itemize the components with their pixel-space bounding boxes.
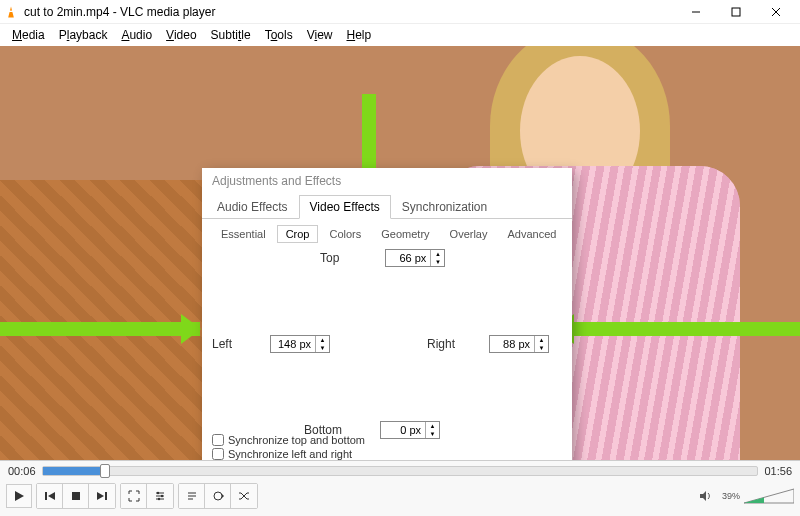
crop-panel: Top ▲▼ Left ▲▼ Right: [202, 243, 572, 460]
crop-top-down[interactable]: ▼: [431, 258, 444, 266]
subtab-advanced[interactable]: Advanced: [498, 225, 565, 243]
menu-video[interactable]: Video: [160, 26, 202, 44]
crop-top-field: Top ▲▼: [320, 249, 445, 267]
sync-top-bottom-check[interactable]: Synchronize top and bottom: [212, 434, 365, 446]
close-button[interactable]: [756, 1, 796, 23]
minimize-button[interactable]: [676, 1, 716, 23]
menubar: Media Playback Audio Video Subtitle Tool…: [0, 24, 800, 46]
time-total: 01:56: [764, 465, 792, 477]
extended-settings-button[interactable]: [147, 484, 173, 508]
svg-marker-8: [48, 492, 55, 500]
playlist-button[interactable]: [179, 484, 205, 508]
svg-point-15: [157, 492, 159, 494]
next-button[interactable]: [89, 484, 115, 508]
crop-top-input[interactable]: [386, 250, 430, 266]
sync-left-right-check[interactable]: Synchronize left and right: [212, 448, 365, 460]
crop-left-up[interactable]: ▲: [316, 336, 329, 344]
dialog-tabs: Audio Effects Video Effects Synchronizat…: [202, 194, 572, 219]
menu-audio[interactable]: Audio: [115, 26, 158, 44]
window-controls: [676, 1, 796, 23]
fullscreen-button[interactable]: [121, 484, 147, 508]
crop-right-field: Right ▲▼: [427, 335, 549, 353]
maximize-button[interactable]: [716, 1, 756, 23]
crop-left-label: Left: [212, 337, 232, 351]
svg-point-16: [161, 495, 163, 497]
player-controls: 00:06 01:56 39%: [0, 460, 800, 516]
shuffle-button[interactable]: [231, 484, 257, 508]
svg-rect-3: [732, 8, 740, 16]
time-current: 00:06: [8, 465, 36, 477]
vlc-logo-icon: [4, 5, 18, 19]
svg-marker-10: [97, 492, 104, 500]
loop-button[interactable]: [205, 484, 231, 508]
play-button[interactable]: [6, 484, 32, 508]
volume-percent: 39%: [722, 491, 740, 501]
svg-rect-9: [72, 492, 80, 500]
menu-tools[interactable]: Tools: [259, 26, 299, 44]
svg-rect-11: [105, 492, 107, 500]
crop-bottom-up[interactable]: ▲: [426, 422, 439, 430]
tab-audio-effects[interactable]: Audio Effects: [206, 195, 299, 219]
seek-thumb[interactable]: [100, 464, 110, 478]
svg-marker-23: [744, 489, 794, 503]
svg-rect-1: [9, 10, 13, 11]
menu-subtitle[interactable]: Subtitle: [205, 26, 257, 44]
button-row: 39%: [0, 481, 800, 511]
subtab-overlay[interactable]: Overlay: [441, 225, 497, 243]
crop-top-up[interactable]: ▲: [431, 250, 444, 258]
mute-button[interactable]: [692, 484, 718, 508]
crop-right-up[interactable]: ▲: [535, 336, 548, 344]
crop-right-input[interactable]: [490, 336, 534, 352]
subtab-essential[interactable]: Essential: [212, 225, 275, 243]
crop-left-down[interactable]: ▼: [316, 344, 329, 352]
dialog-title: Adjustments and Effects: [202, 168, 572, 194]
menu-view[interactable]: View: [301, 26, 339, 44]
subtab-crop[interactable]: Crop: [277, 225, 319, 243]
svg-marker-21: [222, 494, 224, 498]
titlebar: cut to 2min.mp4 - VLC media player: [0, 0, 800, 24]
crop-left-spinbox[interactable]: ▲▼: [270, 335, 330, 353]
svg-marker-22: [700, 491, 706, 501]
crop-left-field: Left ▲▼: [212, 335, 330, 353]
stop-button[interactable]: [63, 484, 89, 508]
crop-bottom-input[interactable]: [381, 422, 425, 438]
crop-right-label: Right: [427, 337, 455, 351]
video-area: Adjustments and Effects Audio Effects Vi…: [0, 46, 800, 460]
crop-sync-checks: Synchronize top and bottom Synchronize l…: [212, 434, 365, 460]
crop-top-label: Top: [320, 251, 339, 265]
crop-bottom-spinbox[interactable]: ▲▼: [380, 421, 440, 439]
subtab-geometry[interactable]: Geometry: [372, 225, 438, 243]
prev-button[interactable]: [37, 484, 63, 508]
seek-row: 00:06 01:56: [0, 461, 800, 481]
sync-lr-checkbox[interactable]: [212, 448, 224, 460]
crop-top-spinbox[interactable]: ▲▼: [385, 249, 445, 267]
window-title: cut to 2min.mp4 - VLC media player: [24, 5, 676, 19]
crop-left-input[interactable]: [271, 336, 315, 352]
crop-bottom-down[interactable]: ▼: [426, 430, 439, 438]
adjustments-dialog: Adjustments and Effects Audio Effects Vi…: [202, 168, 572, 460]
svg-marker-6: [15, 491, 24, 501]
volume-slider[interactable]: [744, 487, 794, 505]
svg-point-17: [158, 498, 160, 500]
crop-right-down[interactable]: ▼: [535, 344, 548, 352]
seek-fill: [43, 467, 100, 475]
menu-playback[interactable]: Playback: [53, 26, 114, 44]
menu-help[interactable]: Help: [340, 26, 377, 44]
sync-tb-checkbox[interactable]: [212, 434, 224, 446]
tab-synchronization[interactable]: Synchronization: [391, 195, 498, 219]
menu-media[interactable]: Media: [6, 26, 51, 44]
seek-bar[interactable]: [42, 466, 759, 476]
subtab-colors[interactable]: Colors: [320, 225, 370, 243]
svg-rect-7: [45, 492, 47, 500]
video-effects-subtabs: Essential Crop Colors Geometry Overlay A…: [202, 219, 572, 243]
crop-right-spinbox[interactable]: ▲▼: [489, 335, 549, 353]
volume-area: 39%: [692, 484, 794, 508]
tab-video-effects[interactable]: Video Effects: [299, 195, 391, 219]
